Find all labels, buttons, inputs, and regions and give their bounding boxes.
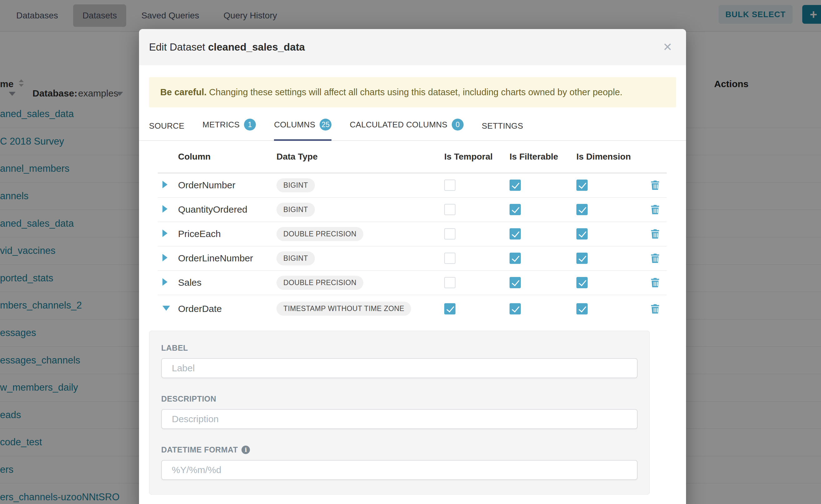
field-label: DESCRIPTION	[161, 394, 216, 403]
column-name: Sales	[178, 277, 201, 288]
checkbox-is-temporal[interactable]	[444, 253, 456, 264]
column-row: OrderDateTIMESTAMP WITHOUT TIME ZONE	[158, 295, 667, 323]
header-data-type: Data Type	[270, 152, 443, 162]
column-row: QuantityOrderedBIGINT	[158, 198, 667, 222]
close-icon[interactable]: ✕	[663, 42, 672, 53]
checkbox-is-filterable[interactable]	[510, 204, 521, 215]
label-input[interactable]	[161, 358, 638, 378]
collapse-caret-icon[interactable]	[162, 306, 170, 311]
expand-caret-icon[interactable]	[162, 278, 167, 286]
data-type-pill: TIMESTAMP WITHOUT TIME ZONE	[276, 302, 411, 316]
data-type-pill: DOUBLE PRECISION	[276, 276, 363, 290]
modal-tabs: SOURCEMETRICS1COLUMNS25CALCULATED COLUMN…	[139, 119, 686, 141]
header-is-filterable: Is Filterable	[508, 152, 575, 162]
checkbox-is-filterable[interactable]	[510, 228, 521, 240]
column-row: OrderLineNumberBIGINT	[158, 246, 667, 271]
delete-column-button[interactable]	[650, 204, 667, 215]
delete-column-button[interactable]	[650, 229, 667, 239]
checkbox-is-dimension[interactable]	[576, 204, 588, 215]
data-type-pill: BIGINT	[276, 203, 315, 217]
columns-table: Column Data Type Is Temporal Is Filterab…	[158, 141, 667, 323]
tab-label: SOURCE	[149, 121, 184, 131]
data-type-pill: BIGINT	[276, 251, 315, 265]
columns-table-rows: OrderNumberBIGINTQuantityOrderedBIGINTPr…	[158, 173, 667, 323]
description-input[interactable]	[161, 409, 638, 429]
warning-banner: Be careful. Changing these settings will…	[149, 77, 676, 107]
checkbox-is-dimension[interactable]	[576, 253, 588, 264]
checkbox-is-temporal[interactable]	[444, 303, 456, 314]
tab-label: COLUMNS	[274, 120, 315, 129]
header-is-dimension: Is Dimension	[575, 152, 650, 162]
delete-column-button[interactable]	[650, 180, 667, 190]
tab-columns[interactable]: COLUMNS25	[274, 119, 331, 141]
tab-label: METRICS	[202, 120, 240, 129]
tab-label: SETTINGS	[482, 121, 523, 131]
checkbox-is-filterable[interactable]	[510, 277, 521, 288]
checkbox-is-temporal[interactable]	[444, 204, 456, 215]
field-label: LABEL	[161, 343, 188, 353]
modal-title: Edit Dataset cleaned_sales_data	[149, 41, 305, 53]
column-name: OrderLineNumber	[178, 253, 253, 263]
checkbox-is-dimension[interactable]	[576, 303, 588, 314]
checkbox-is-filterable[interactable]	[510, 303, 521, 314]
edit-dataset-modal: Edit Dataset cleaned_sales_data ✕ Be car…	[139, 29, 686, 504]
tab-source[interactable]: SOURCE	[149, 121, 184, 141]
info-icon[interactable]: i	[241, 446, 250, 454]
checkbox-is-filterable[interactable]	[510, 180, 521, 191]
expand-caret-icon[interactable]	[162, 254, 167, 261]
datetime-format-input[interactable]	[161, 460, 638, 480]
checkbox-is-temporal[interactable]	[444, 180, 456, 191]
modal-dataset-name: cleaned_sales_data	[208, 41, 305, 53]
checkbox-is-temporal[interactable]	[444, 277, 456, 288]
checkbox-is-dimension[interactable]	[576, 277, 588, 288]
column-row: SalesDOUBLE PRECISION	[158, 271, 667, 295]
warning-banner-bold: Be careful.	[160, 87, 206, 97]
expand-caret-icon[interactable]	[162, 205, 167, 213]
modal-title-prefix: Edit Dataset	[149, 41, 205, 53]
column-name: QuantityOrdered	[178, 204, 247, 215]
modal-header: Edit Dataset cleaned_sales_data ✕	[139, 29, 686, 65]
column-row: PriceEachDOUBLE PRECISION	[158, 222, 667, 246]
form-field-label: LABEL	[161, 343, 638, 378]
columns-table-header: Column Data Type Is Temporal Is Filterab…	[158, 141, 667, 173]
delete-column-button[interactable]	[650, 277, 667, 288]
checkbox-is-dimension[interactable]	[576, 228, 588, 240]
delete-column-button[interactable]	[650, 304, 667, 314]
tab-count-badge: 0	[452, 119, 464, 131]
expand-caret-icon[interactable]	[162, 181, 167, 188]
column-name: PriceEach	[178, 229, 221, 239]
form-field-datetime-format: DATETIME FORMATi	[161, 445, 638, 480]
column-detail-panel: LABELDESCRIPTIONDATETIME FORMATi	[149, 331, 650, 495]
tab-calculated-columns[interactable]: CALCULATED COLUMNS0	[349, 119, 464, 141]
data-type-pill: BIGINT	[276, 178, 315, 192]
modal-body: Be careful. Changing these settings will…	[139, 77, 686, 495]
checkbox-is-filterable[interactable]	[510, 253, 521, 264]
header-column: Column	[178, 152, 270, 162]
column-name: OrderNumber	[178, 180, 235, 190]
warning-banner-text: Changing these settings will affect all …	[206, 87, 622, 97]
column-name: OrderDate	[178, 304, 222, 314]
tab-label: CALCULATED COLUMNS	[349, 120, 448, 129]
tab-metrics[interactable]: METRICS1	[202, 119, 256, 141]
tab-count-badge: 1	[244, 119, 256, 131]
delete-column-button[interactable]	[650, 253, 667, 264]
header-is-temporal: Is Temporal	[443, 152, 508, 162]
column-row: OrderNumberBIGINT	[158, 173, 667, 198]
tab-count-badge: 25	[319, 119, 331, 131]
form-field-description: DESCRIPTION	[161, 394, 638, 429]
field-label: DATETIME FORMAT	[161, 445, 238, 454]
expand-caret-icon[interactable]	[162, 230, 167, 237]
data-type-pill: DOUBLE PRECISION	[276, 227, 363, 241]
tab-settings[interactable]: SETTINGS	[482, 121, 523, 141]
checkbox-is-temporal[interactable]	[444, 228, 456, 240]
checkbox-is-dimension[interactable]	[576, 180, 588, 191]
